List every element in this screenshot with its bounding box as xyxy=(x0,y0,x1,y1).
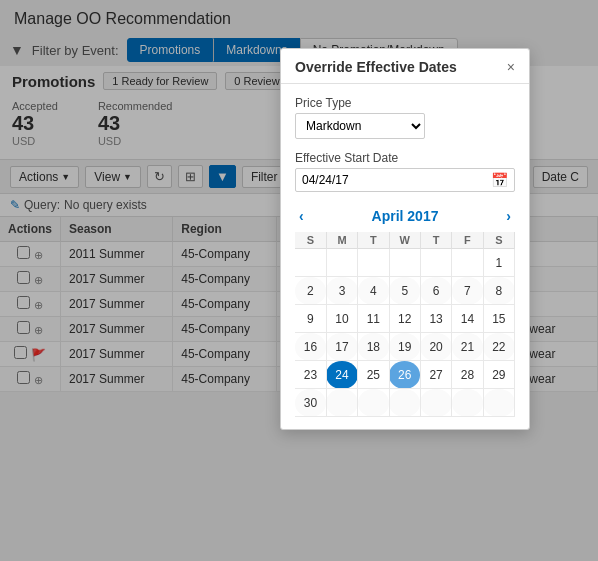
cal-weekday-header: T xyxy=(420,232,451,249)
cal-day[interactable]: 1 xyxy=(483,249,514,277)
cal-day[interactable]: 29 xyxy=(483,361,514,389)
cal-day[interactable]: 2 xyxy=(295,277,326,305)
cal-day[interactable]: 7 xyxy=(452,277,483,305)
cal-day[interactable]: 8 xyxy=(483,277,514,305)
cal-day[interactable]: 5 xyxy=(389,277,420,305)
cal-day[interactable]: 15 xyxy=(483,305,514,333)
calendar: ‹ April 2017 › SMTWTFS 12345678910111213… xyxy=(295,204,515,417)
cal-day xyxy=(326,389,357,417)
cal-day[interactable]: 24 xyxy=(326,361,357,389)
cal-day[interactable]: 25 xyxy=(358,361,389,389)
calendar-month-year: April 2017 xyxy=(372,208,439,224)
next-month-button[interactable]: › xyxy=(502,208,515,224)
cal-day xyxy=(295,249,326,277)
cal-day[interactable]: 20 xyxy=(420,333,451,361)
cal-day[interactable]: 14 xyxy=(452,305,483,333)
cal-day[interactable]: 17 xyxy=(326,333,357,361)
cal-weekday-header: T xyxy=(358,232,389,249)
cal-day[interactable]: 18 xyxy=(358,333,389,361)
price-type-select[interactable]: MarkdownRegularSale xyxy=(295,113,425,139)
modal-body: Price Type MarkdownRegularSale Effective… xyxy=(281,84,529,429)
cal-weekday-header: W xyxy=(389,232,420,249)
modal-close-button[interactable]: × xyxy=(507,60,515,74)
cal-day[interactable]: 30 xyxy=(295,389,326,417)
start-date-input[interactable] xyxy=(302,173,491,187)
cal-day[interactable]: 6 xyxy=(420,277,451,305)
cal-day xyxy=(358,389,389,417)
modal-title: Override Effective Dates xyxy=(295,59,457,75)
cal-day[interactable]: 3 xyxy=(326,277,357,305)
start-date-label: Effective Start Date xyxy=(295,151,515,165)
cal-day xyxy=(452,249,483,277)
cal-weekday-header: S xyxy=(295,232,326,249)
override-dates-modal: Override Effective Dates × Price Type Ma… xyxy=(280,48,530,430)
price-type-label: Price Type xyxy=(295,96,515,110)
calendar-grid: SMTWTFS 12345678910111213141516171819202… xyxy=(295,232,515,417)
cal-weekday-header: M xyxy=(326,232,357,249)
cal-day[interactable]: 26 xyxy=(389,361,420,389)
cal-day[interactable]: 13 xyxy=(420,305,451,333)
cal-day[interactable]: 9 xyxy=(295,305,326,333)
prev-month-button[interactable]: ‹ xyxy=(295,208,308,224)
cal-day[interactable]: 28 xyxy=(452,361,483,389)
modal-header: Override Effective Dates × xyxy=(281,49,529,84)
cal-day[interactable]: 23 xyxy=(295,361,326,389)
cal-day[interactable]: 12 xyxy=(389,305,420,333)
cal-day xyxy=(483,389,514,417)
cal-day[interactable]: 16 xyxy=(295,333,326,361)
cal-day[interactable]: 21 xyxy=(452,333,483,361)
cal-day[interactable]: 11 xyxy=(358,305,389,333)
start-date-group: Effective Start Date 📅 xyxy=(295,151,515,192)
calendar-icon[interactable]: 📅 xyxy=(491,172,508,188)
cal-day xyxy=(420,389,451,417)
cal-weekday-header: F xyxy=(452,232,483,249)
date-input-wrap: 📅 xyxy=(295,168,515,192)
cal-day[interactable]: 19 xyxy=(389,333,420,361)
cal-day[interactable]: 10 xyxy=(326,305,357,333)
price-type-group: Price Type MarkdownRegularSale xyxy=(295,96,515,139)
cal-day xyxy=(420,249,451,277)
cal-day xyxy=(358,249,389,277)
cal-day xyxy=(452,389,483,417)
calendar-nav: ‹ April 2017 › xyxy=(295,204,515,228)
cal-day[interactable]: 4 xyxy=(358,277,389,305)
cal-day[interactable]: 27 xyxy=(420,361,451,389)
cal-day[interactable]: 22 xyxy=(483,333,514,361)
cal-day xyxy=(326,249,357,277)
cal-weekday-header: S xyxy=(483,232,514,249)
cal-day xyxy=(389,389,420,417)
cal-day xyxy=(389,249,420,277)
